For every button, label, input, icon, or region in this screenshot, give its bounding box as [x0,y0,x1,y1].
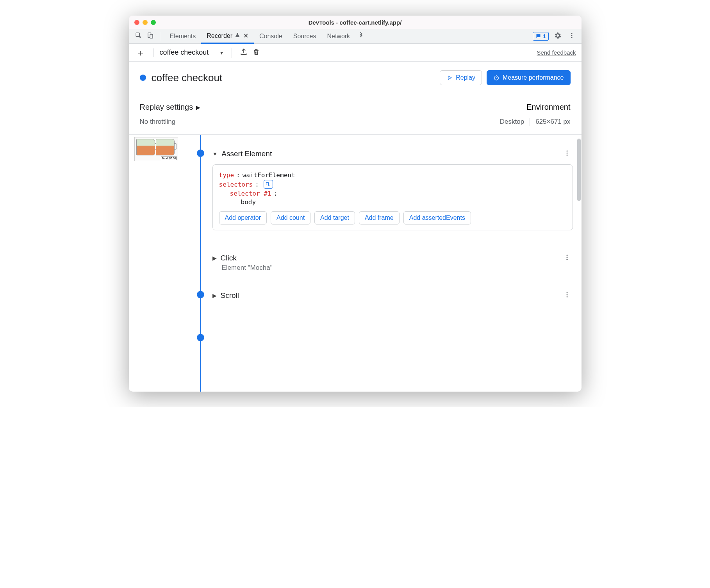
maximize-window-button[interactable] [151,20,156,25]
delete-icon[interactable] [250,48,262,57]
svg-point-7 [566,150,567,151]
badge-count: 1 [543,33,546,39]
step-menu-icon[interactable] [561,291,573,300]
replay-settings-toggle[interactable]: Replay settings ▶ [140,103,500,112]
step-menu-icon[interactable] [561,150,573,158]
step-click: ▶ Click Element "Mocha" [212,240,573,281]
add-operator-button[interactable]: Add operator [219,211,267,225]
device-value: Desktop [500,118,524,126]
window-controls [134,20,156,25]
svg-point-9 [566,155,567,156]
flask-icon [235,32,240,39]
step-dot [197,334,204,341]
add-assertedevents-button[interactable]: Add assertedEvents [403,211,471,225]
tab-elements[interactable]: Elements [164,29,202,44]
caret-right-icon: ▶ [196,104,200,110]
window-title: DevTools - coffee-cart.netlify.app/ [129,19,582,26]
svg-point-15 [566,294,567,296]
step-title: Assert Element [221,150,272,158]
minimize-window-button[interactable] [143,20,148,25]
add-target-button[interactable]: Add target [314,211,355,225]
close-tab-icon[interactable]: ✕ [243,32,248,39]
separator [232,48,232,58]
more-menu-icon[interactable] [567,32,577,41]
titlebar: DevTools - coffee-cart.netlify.app/ [129,16,582,29]
devtools-tabs: Elements Recorder ✕ Console Sources Netw… [129,29,582,44]
export-icon[interactable] [237,48,250,57]
close-window-button[interactable] [134,20,139,25]
separator [161,32,161,41]
tab-recorder[interactable]: Recorder ✕ [201,29,254,44]
separator [153,48,153,57]
svg-point-3 [571,33,572,34]
step-dot [197,150,204,157]
caret-right-icon[interactable]: ▶ [212,292,217,299]
throttling-value: No throttling [140,118,500,126]
tab-sources[interactable]: Sources [288,29,322,44]
svg-point-14 [566,292,567,293]
inspect-element-icon[interactable] [135,32,142,41]
svg-point-4 [571,35,572,36]
timeline-track [200,135,201,392]
issues-badge[interactable]: 1 [533,32,549,41]
recording-name: coffee checkout [160,48,209,57]
tab-network[interactable]: Network [321,29,355,44]
svg-point-16 [566,296,567,298]
scrollbar[interactable] [577,139,581,201]
steps-timeline: Total: $0.00 ▼ Assert Element type: wait… [129,135,582,392]
settings-icon[interactable] [554,32,561,41]
step-title: Click [221,254,237,262]
step-menu-icon[interactable] [561,254,573,262]
recorder-toolbar: ＋ coffee checkout ▾ Send feedback [129,44,582,62]
select-element-icon[interactable] [264,180,273,189]
svg-point-12 [566,257,567,258]
recording-header: coffee checkout Replay Measure performan… [129,62,582,94]
chevron-down-icon: ▾ [220,50,223,56]
caret-down-icon[interactable]: ▼ [212,151,218,157]
recording-status-dot [140,75,146,81]
svg-point-11 [566,255,567,256]
tab-console[interactable]: Console [254,29,288,44]
step-dot [197,291,204,298]
svg-point-8 [566,153,567,154]
viewport-value: 625×671 px [535,118,570,126]
caret-right-icon[interactable]: ▶ [212,255,217,261]
replay-button[interactable]: Replay [440,70,482,85]
step-assert-element: ▼ Assert Element type: waitForElement se… [212,139,573,240]
recording-dropdown[interactable]: coffee checkout ▾ [157,48,227,57]
environment-label: Environment [500,103,571,112]
screenshot-thumbnail[interactable]: Total: $0.00 [134,137,178,161]
measure-performance-button[interactable]: Measure performance [487,70,571,85]
device-toggle-icon[interactable] [147,32,154,41]
thumb-total: Total: $0.00 [161,157,177,160]
step-title: Scroll [221,291,239,300]
more-tabs-icon[interactable] [358,32,365,41]
step-details: type: waitForElement selectors: selector… [212,164,573,230]
add-frame-button[interactable]: Add frame [359,211,400,225]
separator [530,118,530,126]
new-recording-button[interactable]: ＋ [134,46,150,59]
add-count-button[interactable]: Add count [271,211,310,225]
recording-title: coffee checkout [152,72,435,84]
svg-point-13 [566,259,567,260]
step-subtitle: Element "Mocha" [222,264,573,272]
svg-rect-2 [150,34,153,38]
step-scroll: ▶ Scroll [212,281,573,309]
replay-settings-section: Replay settings ▶ No throttling Environm… [129,94,582,135]
send-feedback-link[interactable]: Send feedback [537,49,576,56]
svg-point-5 [571,37,572,38]
